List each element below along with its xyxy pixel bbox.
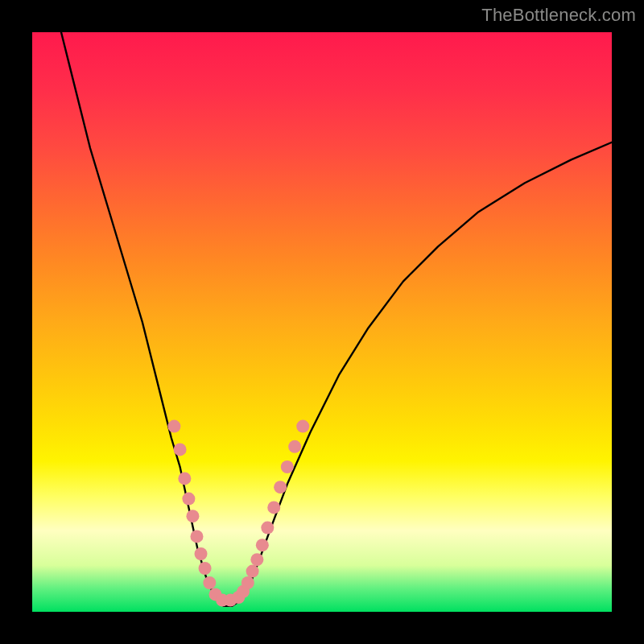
marker-dot bbox=[250, 553, 263, 566]
plot-area bbox=[32, 32, 612, 612]
marker-dot bbox=[203, 576, 216, 589]
marker-dot bbox=[174, 443, 187, 456]
marker-dot bbox=[267, 501, 280, 514]
chart-stage: TheBottleneck.com bbox=[0, 0, 644, 644]
marker-dot bbox=[256, 539, 269, 551]
marker-dot bbox=[195, 547, 208, 560]
marker-layer bbox=[32, 32, 612, 612]
marker-dot bbox=[190, 530, 203, 543]
marker-dot bbox=[274, 481, 287, 493]
marker-dot bbox=[186, 510, 199, 522]
marker-dot bbox=[167, 420, 180, 433]
marker-dot bbox=[246, 565, 259, 578]
marker-dot bbox=[242, 576, 254, 589]
marker-dot bbox=[178, 472, 191, 485]
marker-dot bbox=[296, 420, 309, 433]
marker-group bbox=[167, 420, 309, 607]
marker-dot bbox=[261, 522, 274, 535]
marker-dot bbox=[182, 493, 195, 506]
watermark-text: TheBottleneck.com bbox=[481, 5, 636, 26]
marker-dot bbox=[288, 440, 301, 453]
marker-dot bbox=[281, 460, 294, 473]
marker-dot bbox=[199, 562, 212, 575]
